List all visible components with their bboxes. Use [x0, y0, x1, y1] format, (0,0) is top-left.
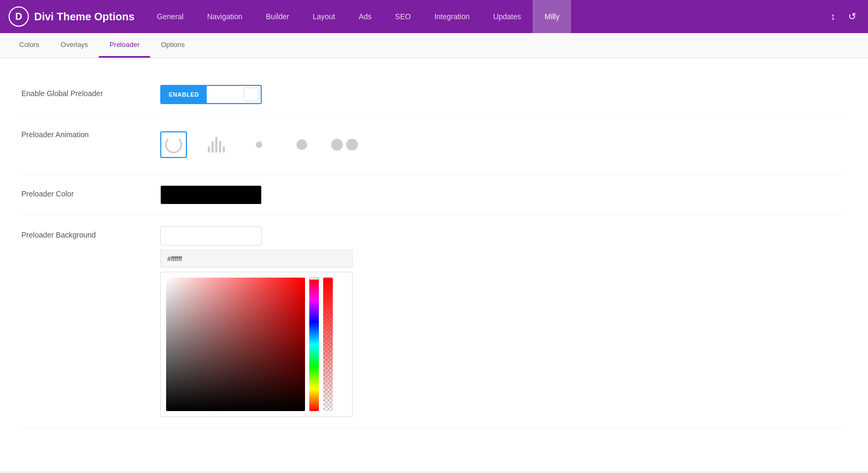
preloader-background-control [160, 226, 847, 417]
dot-lg-1 [331, 139, 343, 151]
anim-dot-md-option[interactable] [288, 131, 315, 158]
spinner-icon [165, 136, 182, 153]
preloader-bg-swatch[interactable] [160, 226, 262, 246]
tab-options[interactable]: Options [150, 33, 196, 58]
preloader-background-row: Preloader Background [21, 216, 847, 428]
main-content: Enable Global Preloader ENABLED Preloade… [0, 58, 868, 471]
nav-builder[interactable]: Builder [254, 0, 301, 33]
anim-dot-double-option[interactable] [331, 131, 358, 158]
logo-icon: D [9, 6, 29, 27]
reset-button[interactable]: ↺ [845, 9, 859, 25]
bar2 [212, 141, 214, 153]
preloader-color-control [160, 185, 847, 204]
dot-medium-icon [296, 139, 307, 150]
bar4 [219, 141, 221, 153]
hue-bar[interactable] [309, 278, 319, 411]
anim-bars-option[interactable] [203, 131, 230, 158]
enable-preloader-control: ENABLED [160, 85, 847, 104]
nav-updates[interactable]: Updates [481, 0, 533, 33]
hue-handle [309, 278, 319, 280]
anim-dot-sm-option[interactable] [246, 131, 272, 158]
color-gradient[interactable] [166, 278, 305, 411]
alpha-overlay [323, 278, 333, 411]
main-nav: General Navigation Builder Layout Ads SE… [145, 0, 827, 33]
hex-input[interactable] [160, 250, 353, 267]
toggle-enabled-label: ENABLED [161, 86, 207, 103]
tab-colors[interactable]: Colors [9, 33, 50, 58]
nav-general[interactable]: General [145, 0, 196, 33]
preloader-animation-control [160, 126, 847, 163]
nav-layout[interactable]: Layout [301, 0, 347, 33]
dot-double-icon [331, 139, 358, 151]
bars-icon [208, 137, 225, 153]
header: D Divi Theme Options General Navigation … [0, 0, 868, 33]
preloader-color-swatch[interactable] [160, 185, 262, 204]
tab-preloader[interactable]: Preloader [99, 33, 150, 58]
alpha-bar[interactable] [323, 278, 333, 411]
nav-integration[interactable]: Integration [423, 0, 481, 33]
app-title: Divi Theme Options [34, 11, 135, 23]
enable-preloader-label: Enable Global Preloader [21, 85, 160, 98]
sub-tabs-bar: Colors Overlays Preloader Options [0, 33, 868, 58]
preloader-background-label: Preloader Background [21, 226, 160, 239]
enable-preloader-row: Enable Global Preloader ENABLED [21, 74, 847, 115]
bar5 [223, 146, 225, 153]
toggle-thumb [244, 88, 259, 101]
dot-lg-2 [346, 139, 358, 151]
nav-seo[interactable]: SEO [384, 0, 423, 33]
dot-small-icon [256, 141, 262, 148]
color-picker [160, 250, 353, 417]
bar1 [208, 146, 210, 153]
nav-ads[interactable]: Ads [347, 0, 383, 33]
nav-milly[interactable]: Milly [533, 0, 571, 33]
animation-options [160, 126, 847, 163]
toggle-slider[interactable] [207, 86, 261, 103]
preloader-animation-row: Preloader Animation [21, 115, 847, 175]
nav-navigation[interactable]: Navigation [196, 0, 254, 33]
preloader-color-label: Preloader Color [21, 185, 160, 198]
sort-button[interactable]: ↕ [827, 9, 839, 25]
color-picker-inner [160, 272, 353, 417]
preloader-animation-label: Preloader Animation [21, 126, 160, 139]
preloader-toggle[interactable]: ENABLED [160, 85, 262, 104]
app-logo: D Divi Theme Options [9, 6, 135, 27]
tab-overlays[interactable]: Overlays [50, 33, 99, 58]
anim-spinner-option[interactable] [160, 131, 187, 158]
preloader-color-row: Preloader Color [21, 175, 847, 216]
header-actions: ↕ ↺ [827, 9, 859, 25]
bar3 [215, 137, 217, 153]
